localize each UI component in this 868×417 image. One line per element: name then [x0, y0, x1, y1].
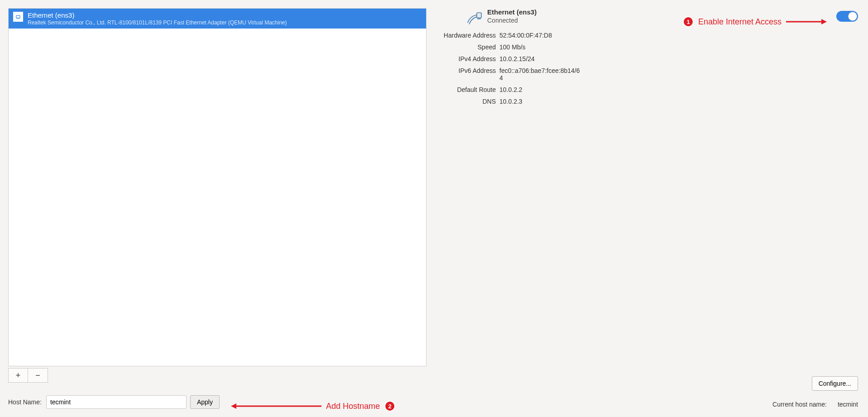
device-list-empty-area: [9, 29, 426, 366]
detail-grid: Hardware Address 52:54:00:0F:47:D8 Speed…: [439, 32, 858, 105]
svg-rect-1: [477, 13, 481, 18]
add-device-button[interactable]: +: [8, 368, 28, 383]
detail-status: Connected: [487, 17, 537, 24]
detail-block: Ethernet (ens3) Connected Hardware Addre…: [439, 8, 858, 105]
hw-address-label: Hardware Address: [439, 32, 496, 39]
hostname-input[interactable]: [46, 395, 187, 409]
device-item-ethernet[interactable]: Ethernet (ens3) Realtek Semiconductor Co…: [9, 9, 426, 29]
hostname-label: Host Name:: [8, 398, 42, 406]
hostname-row: Host Name: Apply: [8, 395, 427, 409]
current-host-row: Current host name: tecmint: [772, 401, 858, 408]
ipv4-value: 10.0.2.15/24: [499, 55, 581, 62]
apply-button[interactable]: Apply: [190, 395, 220, 409]
dns-value: 10.0.2.3: [499, 98, 581, 105]
dns-label: DNS: [439, 98, 496, 105]
right-panel: Ethernet (ens3) Connected Hardware Addre…: [435, 0, 868, 417]
left-panel: Ethernet (ens3) Realtek Semiconductor Co…: [0, 0, 435, 417]
default-route-label: Default Route: [439, 86, 496, 93]
ipv6-value: fec0::a706:bae7:fcee:8b14/64: [499, 67, 581, 81]
svg-rect-0: [16, 15, 20, 18]
ipv6-label: IPv6 Address: [439, 67, 496, 81]
current-host-label: Current host name:: [772, 401, 827, 408]
toggle-knob: [848, 12, 857, 21]
ethernet-large-icon: [465, 8, 484, 26]
device-subtitle: Realtek Semiconductor Co., Ltd. RTL-8100…: [28, 19, 422, 26]
current-host-value: tecmint: [838, 401, 858, 408]
toggle-area: [836, 11, 858, 22]
device-title: Ethernet (ens3): [28, 11, 422, 19]
hw-address-value: 52:54:00:0F:47:D8: [499, 32, 581, 39]
default-route-value: 10.0.2.2: [499, 86, 581, 93]
device-text: Ethernet (ens3) Realtek Semiconductor Co…: [28, 11, 422, 26]
enable-connection-toggle[interactable]: [836, 11, 858, 22]
detail-header: Ethernet (ens3) Connected: [439, 8, 858, 26]
device-list: Ethernet (ens3) Realtek Semiconductor Co…: [8, 8, 427, 366]
ipv4-label: IPv4 Address: [439, 55, 496, 62]
speed-label: Speed: [439, 43, 496, 51]
ethernet-icon: [13, 12, 23, 22]
list-buttons: + −: [8, 368, 427, 383]
detail-title: Ethernet (ens3): [487, 8, 537, 16]
remove-device-button[interactable]: −: [28, 368, 48, 383]
configure-button[interactable]: Configure...: [812, 376, 858, 391]
speed-value: 100 Mb/s: [499, 43, 581, 51]
